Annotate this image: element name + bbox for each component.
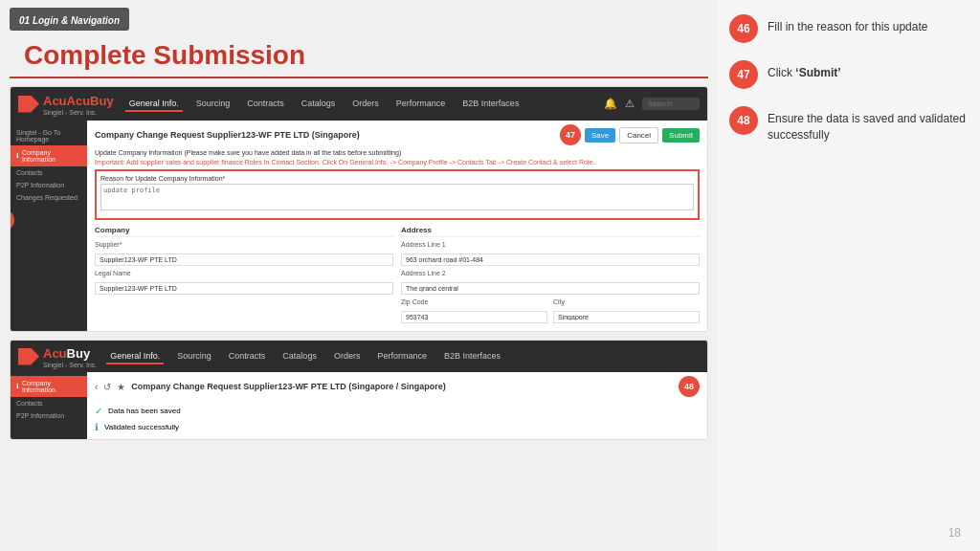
nav-b2b[interactable]: B2B Interfaces	[458, 97, 523, 112]
company-section-title: Company	[95, 226, 393, 237]
btn-group: 47 Save Cancel Submit	[560, 124, 700, 145]
city-input[interactable]	[553, 311, 700, 323]
sidebar-p2p[interactable]: P2P Information	[11, 179, 87, 191]
tag-bar: 01 Login & Navigation	[10, 8, 129, 31]
sidebar-changes[interactable]: Changes Requested	[11, 191, 87, 204]
step-48: 48 Ensure the data is saved and validate…	[729, 106, 969, 143]
bottom-page-header: ‹ ↺ ★ Company Change Request Supplier123…	[95, 376, 700, 397]
address1-field: Address Line 1	[401, 241, 700, 266]
badge-48: 48	[679, 376, 700, 397]
bottom-nav-b2b[interactable]: B2B Interfaces	[440, 349, 504, 364]
nav-sourcing[interactable]: Sourcing	[192, 97, 234, 112]
screenshot-top: AcuAcuBuy Singlel - Serv. Inc. General I…	[10, 86, 708, 332]
sidebar-top: Singtel - Go To Homepage ℹ Company Infor…	[11, 121, 87, 331]
back-icon[interactable]: ‹	[95, 382, 98, 392]
logo-sub: Singlel - Serv. Inc.	[43, 109, 114, 116]
step-text-46: Fill in the reason for this update	[768, 14, 927, 35]
nav-bar-top: AcuAcuBuy Singlel - Serv. Inc. General I…	[11, 87, 707, 121]
address1-label: Address Line 1	[401, 241, 700, 248]
bottom-nav-links: General Info. Sourcing Contracts Catalog…	[106, 349, 700, 364]
address-col: Address Address Line 1 Address Line 2 Zi…	[401, 226, 700, 327]
bottom-main: ‹ ↺ ★ Company Change Request Supplier123…	[87, 372, 707, 439]
zip-city-row: Zip Code City	[401, 298, 700, 327]
supplier-label: Supplier*	[95, 241, 393, 248]
bottom-content: ℹ Company Information Contacts P2P Infor…	[11, 372, 707, 439]
logo-text-bottom: AcuBuy	[43, 346, 90, 361]
cancel-button[interactable]: Cancel	[619, 127, 658, 143]
submit-button[interactable]: Submit	[662, 128, 700, 143]
acubuy-logo-bottom: AcuBuy Singlel - Serv. Inc.	[18, 344, 97, 368]
success-validated: ℹ Validated successfully	[95, 419, 700, 435]
nav-performance[interactable]: Performance	[392, 97, 450, 112]
bottom-nav-performance[interactable]: Performance	[373, 349, 431, 364]
step-text-48: Ensure the data is saved and validated s…	[768, 106, 969, 143]
step-text-47: Click ‘Submit’	[768, 60, 841, 81]
bell-icon[interactable]: 🔔	[604, 98, 617, 110]
nav-links: General Info. Sourcing Contracts Catalog…	[125, 97, 592, 112]
reason-label: Reason for Update Company Information*	[100, 175, 694, 182]
nav-icons: 🔔 ⚠	[604, 98, 700, 110]
zip-field: Zip Code	[401, 298, 547, 323]
page-title: Complete Submission	[10, 38, 708, 78]
nav-orders[interactable]: Orders	[348, 97, 383, 112]
tag-text: 01 Login & Navigation	[19, 15, 120, 26]
badge-46: 46	[10, 209, 14, 231]
bottom-sidebar-contacts[interactable]: Contacts	[11, 397, 87, 409]
address2-input[interactable]	[401, 282, 700, 295]
star-icon[interactable]: ★	[117, 382, 125, 392]
main-content-top: Company Change Request Supplier123-WF PT…	[87, 121, 707, 331]
legal-input[interactable]	[95, 282, 393, 295]
important-text: Important: Add supplier sales and suppli…	[95, 159, 700, 165]
nav-bar-bottom: AcuBuy Singlel - Serv. Inc. General Info…	[11, 341, 707, 372]
bottom-page-title: Company Change Request Supplier123-WF PT…	[131, 382, 445, 391]
page-title-text: Company Change Request Supplier123-WF PT…	[95, 130, 360, 140]
info-icon-bottom: ℹ	[16, 383, 19, 390]
address2-field: Address Line 2	[401, 270, 700, 295]
logo-icon-bottom	[18, 348, 39, 365]
info-icon-validated: ℹ	[95, 422, 99, 432]
step-circle-47: 47	[729, 60, 758, 89]
zip-input[interactable]	[401, 311, 547, 323]
address2-label: Address Line 2	[401, 270, 700, 276]
bottom-sidebar-company[interactable]: ℹ Company Information	[11, 376, 87, 397]
info-text: Update Company Information (Please make …	[95, 149, 700, 156]
supplier-input[interactable]	[95, 253, 393, 266]
alert-icon[interactable]: ⚠	[625, 98, 635, 110]
reason-box: Reason for Update Company Information* u…	[95, 169, 700, 220]
page-number: 18	[948, 526, 961, 540]
reason-textarea[interactable]: update profile	[100, 184, 694, 210]
save-button[interactable]: Save	[585, 128, 615, 143]
content-area-top: Singtel - Go To Homepage ℹ Company Infor…	[11, 121, 707, 331]
bottom-nav-general[interactable]: General Info.	[106, 349, 164, 364]
sidebar-contacts[interactable]: Contacts	[11, 166, 87, 179]
search-input[interactable]	[642, 98, 700, 110]
logo-text: AcuAcuBuy	[43, 94, 114, 108]
bottom-sidebar-p2p[interactable]: P2P Information	[11, 409, 87, 422]
company-col: Company Supplier* Legal Name	[95, 226, 393, 327]
sidebar-company-info[interactable]: ℹ Company Information	[11, 145, 87, 166]
success-saved: ✓ Data has been saved	[95, 403, 700, 419]
city-field: City	[553, 298, 700, 323]
bottom-nav-catalogs[interactable]: Catalogs	[278, 349, 321, 364]
sidebar-goto-homepage[interactable]: Singtel - Go To Homepage	[11, 126, 87, 145]
bottom-nav-orders[interactable]: Orders	[330, 349, 365, 364]
address-section-title: Address	[401, 226, 700, 237]
legal-field: Legal Name	[95, 270, 393, 295]
nav-contracts[interactable]: Contracts	[243, 97, 288, 112]
info-icon: ℹ	[16, 152, 19, 160]
history-icon[interactable]: ↺	[103, 382, 111, 392]
legal-label: Legal Name	[95, 270, 393, 276]
bottom-nav-sourcing[interactable]: Sourcing	[173, 349, 215, 364]
nav-back-icons: ‹ ↺ ★	[95, 382, 125, 392]
nav-general-info[interactable]: General Info.	[125, 97, 183, 112]
address1-input[interactable]	[401, 253, 700, 266]
zip-label: Zip Code	[401, 298, 547, 305]
logo-icon	[18, 96, 39, 113]
step-circle-48: 48	[729, 106, 758, 135]
supplier-field: Supplier*	[95, 241, 393, 266]
page-header-bar: Company Change Request Supplier123-WF PT…	[95, 124, 700, 145]
nav-catalogs[interactable]: Catalogs	[298, 97, 340, 112]
success-saved-text: Data has been saved	[108, 407, 181, 415]
bottom-nav-contracts[interactable]: Contracts	[225, 349, 270, 364]
acubuy-logo: AcuAcuBuy Singlel - Serv. Inc.	[18, 92, 114, 116]
